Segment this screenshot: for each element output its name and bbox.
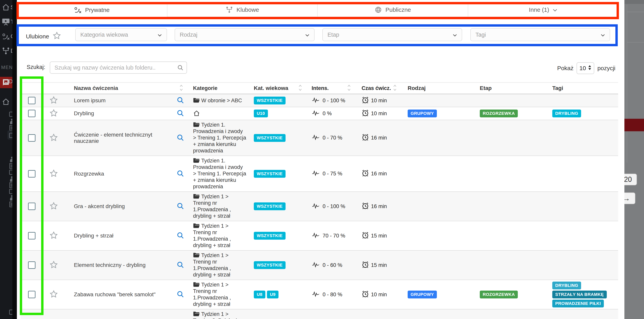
magnifier-icon[interactable] (176, 202, 184, 210)
row-checkbox[interactable] (28, 202, 36, 210)
magnifier-icon[interactable] (176, 232, 184, 240)
folder-icon (193, 311, 201, 317)
row-checkbox[interactable] (28, 134, 36, 142)
tab-inne-1[interactable]: Inne (1) (468, 3, 618, 17)
sort-icon[interactable] (180, 84, 183, 93)
duration-cell: 16 min (359, 202, 404, 211)
sidebar-item[interactable] (2, 97, 10, 106)
tabs-bar: PrywatneKlubowePubliczneInne (1) (17, 3, 618, 17)
column-header-kat-wiekowa[interactable]: Kat. wiekowa (249, 85, 306, 91)
duration-value: 16 min (371, 204, 387, 210)
magnifier-icon[interactable] (176, 96, 184, 105)
tactics-icon (2, 32, 10, 40)
sort-icon[interactable] (393, 84, 397, 93)
frag-person-icon (8, 176, 12, 182)
sort-icon[interactable] (298, 84, 302, 93)
duration-cell: 10 min (359, 290, 404, 299)
filter-dropdown-rodzaj[interactable]: Rodzaj (174, 28, 314, 41)
screen: MENU STĆDD 20 → PrywatneKlubowePubliczne… (0, 0, 644, 319)
category-path: W obronie > ABC (201, 98, 242, 104)
row-checkbox[interactable] (28, 291, 36, 298)
frag-list-icon (8, 201, 12, 208)
dropdown-placeholder: Kategoria wiekowa (80, 32, 128, 38)
home-icon (2, 98, 10, 106)
column-header-nazwa-wiczenia[interactable]: Nazwa ćwiczenia (65, 85, 172, 91)
select-cell (20, 202, 43, 210)
backdrop-panel-border (627, 5, 627, 163)
row-checkbox[interactable] (28, 110, 36, 117)
favorite-cell (43, 96, 65, 105)
intensity-value: 0 - 75 % (322, 171, 342, 177)
intensity-value: 0 - 60 % (322, 262, 342, 268)
star-icon[interactable] (50, 133, 58, 143)
sidebar-item[interactable]: T (2, 17, 10, 27)
backdrop-divider (627, 42, 644, 42)
dropdown-placeholder: Etap (328, 32, 339, 38)
tab-publiczne[interactable]: Publiczne (317, 3, 468, 17)
page-size-control: Pokaż 10 pozycji (557, 62, 616, 74)
duration-cell: 16 min (359, 169, 404, 178)
folder-icon (193, 223, 201, 229)
tab-klubowe[interactable]: Klubowe (167, 3, 318, 17)
magnifier-icon[interactable] (176, 109, 184, 118)
type-cell: GRUPOWY (404, 290, 476, 298)
star-icon[interactable] (50, 202, 58, 211)
category-cell: Tydzien 1 > Trening nr 1.Prowadzenia , d… (188, 223, 249, 249)
category-cell (188, 110, 249, 117)
star-icon[interactable] (50, 231, 58, 240)
intensity-value: 0 - 100 % (322, 204, 345, 210)
select-cell (20, 134, 43, 142)
filter-dropdown-etap[interactable]: Etap (322, 28, 462, 41)
star-icon[interactable] (50, 260, 58, 270)
star-icon[interactable] (50, 109, 58, 118)
filters-row: Ulubione Kategoria wiekowaRodzajEtapTagi (17, 27, 618, 45)
pulse-icon (312, 170, 321, 177)
sidebar-item[interactable]: D (2, 46, 10, 56)
preview-cell (172, 290, 188, 298)
page-size-spinner[interactable]: 10 (576, 62, 594, 74)
pulse-icon (312, 232, 321, 240)
magnifier-icon[interactable] (176, 134, 184, 142)
sidebar-item[interactable]: S (2, 3, 10, 12)
favorites-filter[interactable]: Ulubione (26, 31, 61, 41)
star-icon[interactable] (52, 31, 61, 41)
star-icon[interactable] (50, 290, 58, 299)
magnifier-icon[interactable] (176, 261, 184, 269)
column-header-etap: Etap (476, 85, 549, 91)
row-checkbox[interactable] (28, 232, 36, 240)
magnifier-icon[interactable] (176, 170, 184, 178)
row-checkbox[interactable] (28, 262, 36, 269)
clock-icon (362, 202, 369, 211)
intensity-value: 0 % (322, 110, 332, 116)
sidebar-item[interactable]: D (0, 77, 12, 88)
favorite-cell (43, 202, 65, 211)
age-category-cell: WSZYSTKIE (249, 261, 306, 269)
star-icon[interactable] (50, 169, 58, 178)
sidebar-item-label: Ć (10, 33, 12, 40)
chevron-down-icon (553, 8, 558, 12)
search-input[interactable] (54, 63, 172, 72)
tab-prywatne[interactable]: Prywatne (17, 3, 167, 17)
exercise-name: Rozgrzewka (65, 171, 172, 177)
column-header-czas-wicz[interactable]: Czas ćwicz. (359, 85, 404, 91)
exercise-library-panel: PrywatneKlubowePubliczneInne (1) Ulubion… (17, 0, 624, 319)
preview-cell (172, 96, 188, 105)
row-checkbox[interactable] (28, 170, 36, 178)
age-category-cell: U10 (249, 110, 306, 117)
star-icon[interactable] (50, 96, 58, 105)
pulse-icon (312, 134, 321, 142)
folder-icon (193, 252, 201, 258)
magnifier-icon[interactable] (176, 290, 184, 298)
exercise-name: Drybling + strzał (65, 232, 172, 239)
exercise-name: Gra - akcent drybling (65, 203, 172, 210)
frag-list-icon (8, 124, 12, 131)
type-badge: GRUPOWY (408, 110, 437, 117)
age-category-cell: WSZYSTKIE (249, 202, 306, 210)
filter-dropdown-tagi[interactable]: Tagi (470, 28, 610, 41)
row-checkbox[interactable] (28, 97, 36, 104)
filter-dropdown-kategoria-wiekowa[interactable]: Kategoria wiekowa (75, 28, 167, 41)
intensity-value: 0 - 70 % (322, 135, 342, 141)
sidebar-item[interactable]: Ć (2, 32, 10, 41)
tags-cell: DRYBLINGSTRZAŁY NA BRAMKĘPROWADZENIE PIŁ… (549, 282, 618, 308)
sort-icon[interactable] (347, 84, 351, 93)
